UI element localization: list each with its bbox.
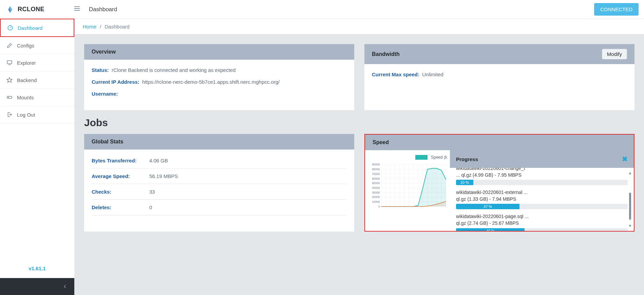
sidebar-footer: v1.61.1: [0, 259, 74, 295]
sidebar-item-mounts[interactable]: Mounts: [0, 89, 74, 106]
ip-value: https://rclone-nerc-demo-5b7ce1.apps.shi…: [142, 79, 280, 85]
sidebar-item-label: Configs: [17, 43, 34, 48]
progress-file-name: wikidatawiki-20220601-page.sql ...: [456, 213, 628, 220]
overview-header: Overview: [84, 44, 354, 60]
username-label: Username:: [92, 91, 118, 97]
bandwidth-header: Bandwidth Modify: [364, 44, 634, 64]
progress-bar-fill: 10 %: [456, 180, 473, 185]
progress-panel: Progress ✖ wikidatawiki-20220601-change_…: [450, 150, 634, 231]
logout-icon: [6, 112, 13, 118]
scroll-up-arrow[interactable]: ▲: [628, 171, 632, 175]
max-speed-label: Current Max speed:: [372, 72, 419, 77]
overview-card: Overview Status: rClone Backend is conne…: [84, 44, 354, 110]
status-value: rClone Backend is connected and working …: [112, 67, 235, 73]
svg-text:50000: 50000: [372, 182, 380, 185]
rclone-logo[interactable]: RCLONE: [5, 5, 44, 14]
speedometer-icon: [7, 25, 14, 31]
stats-label: Deletes:: [92, 204, 149, 210]
scroll-down-arrow[interactable]: ▼: [628, 223, 632, 228]
modify-button[interactable]: Modify: [602, 49, 627, 59]
sidebar-item-configs[interactable]: Configs: [0, 37, 74, 54]
menu-toggle-button[interactable]: [73, 5, 81, 14]
progress-bar-fill: 40 %: [456, 228, 525, 231]
progress-bar: 10 %: [456, 180, 628, 185]
app-header: RCLONE Dashboard CONNECTED: [0, 0, 644, 19]
svg-text:10000: 10000: [372, 200, 380, 203]
progress-scrollbar[interactable]: ▲ ▼: [628, 171, 632, 228]
global-stats-card: Global Stats Bytes Transferred:4.06 GBAv…: [84, 134, 354, 232]
main-content: Home / Dashboard Overview Status: rClone…: [75, 19, 644, 295]
sidebar-item-logout[interactable]: Log Out: [0, 106, 74, 123]
svg-text:60000: 60000: [372, 177, 380, 180]
bandwidth-title: Bandwidth: [372, 51, 400, 57]
breadcrumb-separator: /: [100, 24, 101, 29]
progress-file-detail: ql.gz (2.74 GB) - 25.67 MBPS: [456, 220, 628, 227]
progress-close-button[interactable]: ✖: [622, 155, 628, 163]
sidebar-item-backend[interactable]: Backend: [0, 72, 74, 89]
svg-text:0: 0: [378, 205, 380, 208]
speed-line-chart: 0100002000030000400005000060000700008000…: [368, 162, 447, 213]
connected-button[interactable]: CONNECTED: [594, 3, 639, 16]
speed-chart: Speed (k 0100002000030000400005000060000…: [365, 150, 450, 231]
svg-text:20000: 20000: [372, 196, 380, 199]
chevron-left-icon: [63, 284, 68, 289]
legend-color-box: [415, 155, 428, 160]
stats-value: 56.19 MBPS: [149, 173, 178, 179]
progress-item: wikidatawiki-20220601-change_t... ql.gz …: [456, 168, 628, 187]
sidebar-item-dashboard[interactable]: Dashboard: [0, 19, 74, 37]
status-row: Status: rClone Backend is connected and …: [92, 67, 347, 73]
chart-legend: Speed (k: [368, 154, 447, 160]
progress-bar: 37 %: [456, 204, 628, 209]
svg-rect-4: [7, 61, 12, 64]
svg-point-8: [8, 97, 9, 98]
stats-label: Bytes Transferred:: [92, 158, 149, 163]
ip-row: Current IP Address: https://rclone-nerc-…: [92, 79, 347, 85]
drive-icon: [6, 94, 13, 100]
header-right: CONNECTED: [594, 3, 639, 16]
progress-item: wikidatawiki-20220601-external ...ql.gz …: [456, 187, 628, 211]
progress-header: Progress ✖: [450, 150, 634, 168]
stats-value: 33: [149, 189, 155, 195]
max-speed-value: Unlimited: [422, 72, 443, 77]
sidebar-item-explorer[interactable]: Explorer: [0, 54, 74, 72]
ip-label: Current IP Address:: [92, 79, 139, 85]
stats-label: Checks:: [92, 189, 149, 195]
star-icon: [6, 77, 13, 83]
svg-text:90000: 90000: [372, 163, 380, 166]
progress-file-name: wikidatawiki-20220601-change_t: [456, 168, 628, 172]
sidebar: Dashboard Configs Explorer Backend: [0, 19, 75, 295]
svg-text:80000: 80000: [372, 168, 380, 171]
monitor-icon: [6, 60, 13, 66]
stats-label: Average Speed:: [92, 173, 149, 179]
stats-row: Checks:33: [92, 184, 347, 200]
svg-text:30000: 30000: [372, 191, 380, 194]
progress-item: wikidatawiki-20220601-page.sql ...ql.gz …: [456, 211, 628, 231]
sidebar-collapse-button[interactable]: [0, 278, 74, 295]
logo-section: RCLONE: [5, 5, 73, 14]
status-label: Status:: [92, 67, 109, 73]
hamburger-icon: [73, 5, 81, 12]
pencil-icon: [6, 42, 13, 48]
breadcrumb: Home / Dashboard: [75, 19, 644, 35]
breadcrumb-current: Dashboard: [105, 24, 130, 29]
global-stats-header: Global Stats: [84, 134, 354, 150]
progress-file-detail: ... ql.gz (4.99 GB) - 7.95 MBPS: [456, 172, 628, 179]
sidebar-nav: Dashboard Configs Explorer Backend: [0, 19, 74, 259]
username-row: Username:: [92, 91, 347, 97]
stats-row: Average Speed:56.19 MBPS: [92, 169, 347, 184]
progress-title: Progress: [456, 156, 478, 162]
sidebar-item-label: Mounts: [17, 95, 34, 100]
legend-text: Speed (k: [431, 155, 447, 160]
stats-value: 4.06 GB: [149, 158, 168, 163]
jobs-title: Jobs: [84, 117, 634, 129]
speed-header: Speed: [365, 135, 634, 150]
logo-text: RCLONE: [18, 6, 44, 13]
version-label[interactable]: v1.61.1: [0, 259, 74, 278]
progress-file-name: wikidatawiki-20220601-external ...: [456, 189, 628, 196]
scroll-thumb[interactable]: [629, 193, 631, 220]
stats-row: Deletes:0: [92, 200, 347, 215]
bandwidth-card: Bandwidth Modify Current Max speed: Unli…: [364, 44, 634, 110]
rclone-icon: [5, 5, 15, 14]
breadcrumb-home[interactable]: Home: [83, 24, 96, 29]
speed-card: Speed Speed (k 0100002000030000400005000…: [364, 134, 634, 232]
